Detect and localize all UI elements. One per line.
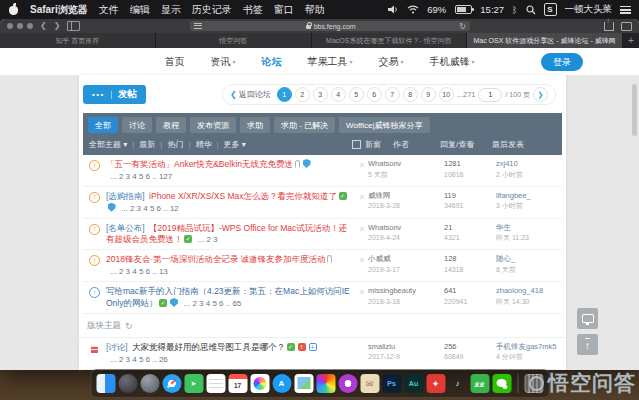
thread-page-links[interactable]: ... 2 3 4 5 6 .. 13 bbox=[110, 267, 168, 276]
input-method-icon[interactable]: S bbox=[544, 3, 557, 16]
site-nav-item[interactable]: 首页 bbox=[164, 55, 184, 69]
thread-title-link[interactable]: 「五一有奖活动」Anker快充&Belkin无线充免费送 bbox=[106, 159, 293, 169]
bluetooth-icon[interactable]: ᛒ bbox=[512, 5, 517, 15]
browser-tab[interactable]: MacOS系统在哪里下载软件？- 悟空问答 bbox=[312, 33, 468, 48]
reader-mode-icon[interactable] bbox=[194, 23, 202, 29]
last-poster-name[interactable]: zxj410 bbox=[496, 159, 560, 170]
battery-icon[interactable] bbox=[455, 5, 472, 14]
author-name[interactable]: Whatsonv bbox=[368, 159, 444, 170]
author-name[interactable]: missingbeauty bbox=[368, 286, 444, 297]
category-tab[interactable]: 求助 - 已解决 bbox=[274, 117, 335, 133]
thread-page-links[interactable]: ... 2 3 4 5 6 .. 26 bbox=[110, 355, 168, 364]
page-button[interactable]: 3 bbox=[313, 87, 328, 102]
volume-icon[interactable] bbox=[388, 5, 399, 14]
last-poster-name[interactable]: 随心_ bbox=[496, 254, 560, 265]
thread-page-links[interactable]: ... 2 3 bbox=[198, 235, 218, 244]
menu-item[interactable]: 编辑 bbox=[130, 3, 150, 17]
back-button[interactable]: ❮ bbox=[40, 22, 47, 30]
author-name[interactable]: Whatsonv bbox=[368, 223, 444, 234]
calendar-icon[interactable]: 17 bbox=[228, 374, 247, 393]
category-tab[interactable]: 发布资源 bbox=[190, 117, 236, 133]
last-poster-name[interactable]: 手机锋友gas7mk5 bbox=[496, 342, 560, 353]
thread-page-links[interactable]: ... 2 3 4 5 6 .. 127 bbox=[110, 172, 172, 181]
page-button[interactable]: 10 bbox=[439, 87, 454, 102]
preview-icon[interactable] bbox=[294, 374, 313, 393]
thread-tag[interactable]: [名单公布] bbox=[106, 223, 147, 233]
site-nav-item[interactable]: 交易▾ bbox=[379, 55, 404, 69]
browser-tab[interactable]: 知乎 首页推荐 bbox=[0, 33, 156, 48]
sidebar-toggle-icon[interactable] bbox=[67, 21, 80, 31]
thread-tag[interactable]: [选购指南] bbox=[106, 191, 147, 201]
forward-button[interactable]: ❯ bbox=[54, 22, 61, 30]
author-name[interactable]: 威锋网 bbox=[368, 191, 444, 202]
thread-title-link[interactable]: 2018锋友会·第一场深圳活动全记录 诚邀锋友参加年度活动 bbox=[106, 254, 326, 264]
author-name[interactable]: smalizlu bbox=[368, 342, 444, 353]
app-store-icon[interactable]: A bbox=[272, 374, 291, 393]
new-post-button[interactable]: ••• 发帖 bbox=[83, 85, 146, 104]
photos-icon[interactable] bbox=[250, 374, 269, 393]
page-button[interactable]: 7 bbox=[385, 87, 400, 102]
traffic-lights[interactable] bbox=[7, 23, 33, 29]
notes-icon[interactable] bbox=[206, 374, 225, 393]
thread-title-link[interactable]: iPhone X/XR/XS/XS Max怎么选？看完你就知道了 bbox=[149, 191, 337, 201]
feedback-button[interactable] bbox=[577, 308, 598, 329]
close-icon[interactable]: × bbox=[356, 191, 368, 204]
apple-menu-icon[interactable] bbox=[8, 4, 19, 15]
last-poster-name[interactable]: lifangbee_ bbox=[496, 191, 560, 202]
site-nav-item[interactable]: 论坛 bbox=[261, 55, 281, 69]
sort-link[interactable]: 全部主题 ▾ bbox=[89, 140, 127, 149]
finder-icon[interactable] bbox=[96, 374, 115, 393]
sort-link[interactable]: 更多 ▾ bbox=[211, 140, 245, 149]
category-tab[interactable]: 求助 bbox=[240, 117, 270, 133]
close-icon[interactable]: × bbox=[356, 286, 368, 299]
login-button[interactable]: 登录 bbox=[541, 53, 583, 71]
audition-icon[interactable]: Au bbox=[404, 374, 423, 393]
site-nav-item[interactable]: 资讯▾ bbox=[210, 55, 235, 69]
page-button[interactable]: 6 bbox=[367, 87, 382, 102]
author-name[interactable]: 小威威 bbox=[368, 254, 444, 265]
page-button[interactable]: 5 bbox=[349, 87, 364, 102]
last-poster-name[interactable]: 华生 bbox=[496, 223, 560, 234]
thread-page-links[interactable]: ... 2 3 4 5 6 .. 65 bbox=[183, 299, 241, 308]
category-tab[interactable]: 全部 bbox=[88, 117, 118, 133]
site-nav-item[interactable]: 苹果工具▾ bbox=[307, 55, 352, 69]
menubar-clock[interactable]: 15:27 bbox=[480, 4, 504, 15]
new-window-checkbox[interactable] bbox=[352, 140, 361, 149]
final-cut-icon[interactable] bbox=[338, 374, 357, 393]
page-jump-input[interactable] bbox=[478, 88, 502, 102]
siri-icon[interactable] bbox=[140, 374, 159, 393]
category-tab[interactable]: 讨论 bbox=[122, 117, 152, 133]
telegram-icon[interactable]: ➤ bbox=[184, 374, 203, 393]
refresh-icon[interactable]: ↻ bbox=[125, 321, 133, 331]
minimize-window-button[interactable] bbox=[17, 23, 23, 29]
launchpad-icon[interactable] bbox=[118, 374, 137, 393]
menu-item[interactable]: 显示 bbox=[161, 3, 181, 17]
thread-page-links[interactable]: ... 2 3 4 5 6 .. 12 bbox=[121, 204, 179, 213]
page-button[interactable]: 4 bbox=[331, 87, 346, 102]
spotlight-search-icon[interactable] bbox=[526, 5, 536, 15]
wechat-icon[interactable] bbox=[492, 374, 511, 393]
safari-icon[interactable] bbox=[162, 374, 181, 393]
sort-link[interactable]: 精华 bbox=[183, 140, 211, 149]
thunder-icon[interactable]: ✦ bbox=[426, 374, 445, 393]
thread-title-link[interactable]: 大家觉得最好用的思维导图工具是哪个？ bbox=[132, 342, 285, 352]
tab-overview-icon[interactable] bbox=[621, 22, 632, 31]
menu-item[interactable]: Safari浏览器 bbox=[30, 3, 88, 17]
category-tab[interactable]: 教程 bbox=[156, 117, 186, 133]
category-tab[interactable]: Woffice|威锋独家分享 bbox=[339, 117, 429, 133]
sort-link[interactable]: 最新 bbox=[127, 140, 155, 149]
menu-item[interactable]: 书签 bbox=[243, 3, 263, 17]
menu-item[interactable]: 帮助 bbox=[305, 3, 325, 17]
page-button[interactable]: 8 bbox=[403, 87, 418, 102]
notification-center-icon[interactable] bbox=[620, 6, 631, 14]
sort-link[interactable]: 热门 bbox=[155, 140, 183, 149]
new-tab-button[interactable]: + bbox=[623, 33, 639, 48]
page-button[interactable]: 2 bbox=[295, 87, 310, 102]
url-text[interactable]: bbs.feng.com bbox=[314, 23, 356, 30]
music-icon[interactable] bbox=[316, 374, 335, 393]
thread-tag[interactable]: [讨论] bbox=[106, 342, 130, 352]
last-poster-name[interactable]: zhaolong_418 bbox=[496, 286, 560, 297]
close-window-button[interactable] bbox=[7, 23, 13, 29]
back-to-forum-link[interactable]: ❮返回论坛 bbox=[230, 89, 271, 100]
browser-tab[interactable]: 悟空问答 bbox=[156, 33, 312, 48]
